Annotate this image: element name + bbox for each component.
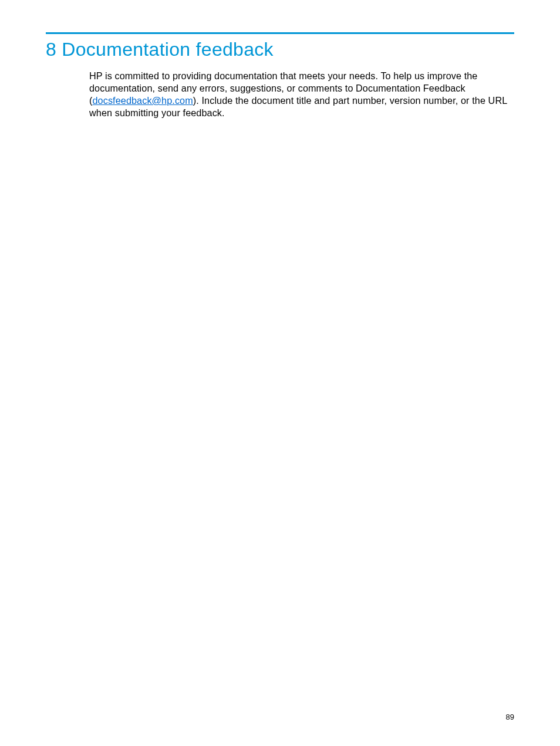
section-heading: 8 Documentation feedback: [46, 39, 514, 60]
heading-rule: [46, 32, 514, 34]
page-container: 8 Documentation feedback HP is committed…: [0, 0, 560, 119]
body-paragraph: HP is committed to providing documentati…: [89, 70, 514, 119]
email-link[interactable]: docsfeedback@hp.com: [93, 95, 193, 106]
page-number: 89: [506, 713, 514, 721]
